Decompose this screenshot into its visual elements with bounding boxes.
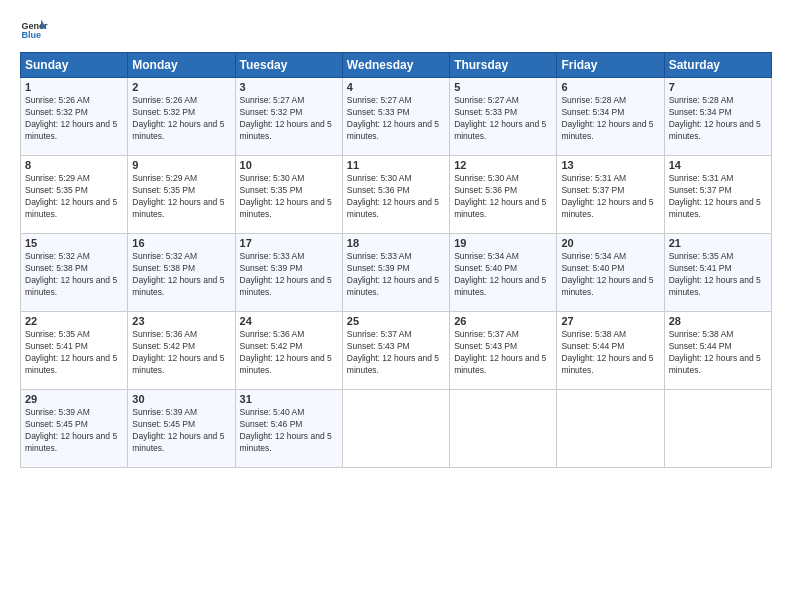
- day-info: Sunrise: 5:27 AMSunset: 5:33 PMDaylight:…: [454, 95, 552, 143]
- day-info: Sunrise: 5:36 AMSunset: 5:42 PMDaylight:…: [240, 329, 338, 377]
- day-info: Sunrise: 5:37 AMSunset: 5:43 PMDaylight:…: [347, 329, 445, 377]
- day-info: Sunrise: 5:30 AMSunset: 5:36 PMDaylight:…: [347, 173, 445, 221]
- day-number: 15: [25, 237, 123, 249]
- day-cell: 5Sunrise: 5:27 AMSunset: 5:33 PMDaylight…: [450, 78, 557, 156]
- day-cell: 22Sunrise: 5:35 AMSunset: 5:41 PMDayligh…: [21, 312, 128, 390]
- day-info: Sunrise: 5:38 AMSunset: 5:44 PMDaylight:…: [561, 329, 659, 377]
- day-number: 11: [347, 159, 445, 171]
- day-info: Sunrise: 5:28 AMSunset: 5:34 PMDaylight:…: [561, 95, 659, 143]
- day-cell: 24Sunrise: 5:36 AMSunset: 5:42 PMDayligh…: [235, 312, 342, 390]
- day-number: 12: [454, 159, 552, 171]
- day-number: 25: [347, 315, 445, 327]
- day-info: Sunrise: 5:30 AMSunset: 5:36 PMDaylight:…: [454, 173, 552, 221]
- header-cell-saturday: Saturday: [664, 53, 771, 78]
- day-number: 22: [25, 315, 123, 327]
- day-info: Sunrise: 5:40 AMSunset: 5:46 PMDaylight:…: [240, 407, 338, 455]
- day-cell: 8Sunrise: 5:29 AMSunset: 5:35 PMDaylight…: [21, 156, 128, 234]
- day-cell: 20Sunrise: 5:34 AMSunset: 5:40 PMDayligh…: [557, 234, 664, 312]
- week-row-2: 8Sunrise: 5:29 AMSunset: 5:35 PMDaylight…: [21, 156, 772, 234]
- week-row-4: 22Sunrise: 5:35 AMSunset: 5:41 PMDayligh…: [21, 312, 772, 390]
- day-cell: 13Sunrise: 5:31 AMSunset: 5:37 PMDayligh…: [557, 156, 664, 234]
- day-info: Sunrise: 5:35 AMSunset: 5:41 PMDaylight:…: [25, 329, 123, 377]
- day-cell: 10Sunrise: 5:30 AMSunset: 5:35 PMDayligh…: [235, 156, 342, 234]
- day-number: 13: [561, 159, 659, 171]
- day-cell: 18Sunrise: 5:33 AMSunset: 5:39 PMDayligh…: [342, 234, 449, 312]
- day-info: Sunrise: 5:33 AMSunset: 5:39 PMDaylight:…: [240, 251, 338, 299]
- week-row-5: 29Sunrise: 5:39 AMSunset: 5:45 PMDayligh…: [21, 390, 772, 468]
- day-number: 27: [561, 315, 659, 327]
- day-info: Sunrise: 5:32 AMSunset: 5:38 PMDaylight:…: [132, 251, 230, 299]
- calendar-table: SundayMondayTuesdayWednesdayThursdayFrid…: [20, 52, 772, 468]
- day-cell: [557, 390, 664, 468]
- day-cell: [664, 390, 771, 468]
- header-cell-tuesday: Tuesday: [235, 53, 342, 78]
- day-number: 20: [561, 237, 659, 249]
- day-cell: [450, 390, 557, 468]
- day-info: Sunrise: 5:33 AMSunset: 5:39 PMDaylight:…: [347, 251, 445, 299]
- day-info: Sunrise: 5:31 AMSunset: 5:37 PMDaylight:…: [561, 173, 659, 221]
- day-info: Sunrise: 5:34 AMSunset: 5:40 PMDaylight:…: [454, 251, 552, 299]
- day-number: 23: [132, 315, 230, 327]
- day-cell: 19Sunrise: 5:34 AMSunset: 5:40 PMDayligh…: [450, 234, 557, 312]
- day-info: Sunrise: 5:36 AMSunset: 5:42 PMDaylight:…: [132, 329, 230, 377]
- day-cell: 31Sunrise: 5:40 AMSunset: 5:46 PMDayligh…: [235, 390, 342, 468]
- day-cell: 26Sunrise: 5:37 AMSunset: 5:43 PMDayligh…: [450, 312, 557, 390]
- day-number: 9: [132, 159, 230, 171]
- day-number: 19: [454, 237, 552, 249]
- header-cell-monday: Monday: [128, 53, 235, 78]
- header: General Blue: [20, 16, 772, 44]
- day-cell: 7Sunrise: 5:28 AMSunset: 5:34 PMDaylight…: [664, 78, 771, 156]
- day-info: Sunrise: 5:35 AMSunset: 5:41 PMDaylight:…: [669, 251, 767, 299]
- day-number: 28: [669, 315, 767, 327]
- day-cell: 23Sunrise: 5:36 AMSunset: 5:42 PMDayligh…: [128, 312, 235, 390]
- day-info: Sunrise: 5:29 AMSunset: 5:35 PMDaylight:…: [132, 173, 230, 221]
- day-number: 1: [25, 81, 123, 93]
- day-number: 16: [132, 237, 230, 249]
- day-cell: 9Sunrise: 5:29 AMSunset: 5:35 PMDaylight…: [128, 156, 235, 234]
- day-cell: 27Sunrise: 5:38 AMSunset: 5:44 PMDayligh…: [557, 312, 664, 390]
- day-number: 7: [669, 81, 767, 93]
- day-info: Sunrise: 5:27 AMSunset: 5:32 PMDaylight:…: [240, 95, 338, 143]
- week-row-1: 1Sunrise: 5:26 AMSunset: 5:32 PMDaylight…: [21, 78, 772, 156]
- day-cell: 30Sunrise: 5:39 AMSunset: 5:45 PMDayligh…: [128, 390, 235, 468]
- day-number: 18: [347, 237, 445, 249]
- day-cell: 28Sunrise: 5:38 AMSunset: 5:44 PMDayligh…: [664, 312, 771, 390]
- day-info: Sunrise: 5:32 AMSunset: 5:38 PMDaylight:…: [25, 251, 123, 299]
- day-cell: 29Sunrise: 5:39 AMSunset: 5:45 PMDayligh…: [21, 390, 128, 468]
- day-number: 3: [240, 81, 338, 93]
- day-info: Sunrise: 5:38 AMSunset: 5:44 PMDaylight:…: [669, 329, 767, 377]
- day-cell: 21Sunrise: 5:35 AMSunset: 5:41 PMDayligh…: [664, 234, 771, 312]
- day-info: Sunrise: 5:37 AMSunset: 5:43 PMDaylight:…: [454, 329, 552, 377]
- header-row: SundayMondayTuesdayWednesdayThursdayFrid…: [21, 53, 772, 78]
- day-cell: [342, 390, 449, 468]
- day-number: 5: [454, 81, 552, 93]
- day-cell: 4Sunrise: 5:27 AMSunset: 5:33 PMDaylight…: [342, 78, 449, 156]
- header-cell-sunday: Sunday: [21, 53, 128, 78]
- day-info: Sunrise: 5:26 AMSunset: 5:32 PMDaylight:…: [132, 95, 230, 143]
- day-cell: 15Sunrise: 5:32 AMSunset: 5:38 PMDayligh…: [21, 234, 128, 312]
- logo-icon: General Blue: [20, 16, 48, 44]
- day-info: Sunrise: 5:29 AMSunset: 5:35 PMDaylight:…: [25, 173, 123, 221]
- day-info: Sunrise: 5:26 AMSunset: 5:32 PMDaylight:…: [25, 95, 123, 143]
- day-number: 30: [132, 393, 230, 405]
- day-info: Sunrise: 5:30 AMSunset: 5:35 PMDaylight:…: [240, 173, 338, 221]
- day-info: Sunrise: 5:27 AMSunset: 5:33 PMDaylight:…: [347, 95, 445, 143]
- day-number: 10: [240, 159, 338, 171]
- day-number: 8: [25, 159, 123, 171]
- day-cell: 12Sunrise: 5:30 AMSunset: 5:36 PMDayligh…: [450, 156, 557, 234]
- logo: General Blue: [20, 16, 48, 44]
- day-number: 6: [561, 81, 659, 93]
- svg-text:Blue: Blue: [21, 30, 41, 40]
- day-cell: 6Sunrise: 5:28 AMSunset: 5:34 PMDaylight…: [557, 78, 664, 156]
- day-cell: 14Sunrise: 5:31 AMSunset: 5:37 PMDayligh…: [664, 156, 771, 234]
- day-cell: 2Sunrise: 5:26 AMSunset: 5:32 PMDaylight…: [128, 78, 235, 156]
- day-cell: 17Sunrise: 5:33 AMSunset: 5:39 PMDayligh…: [235, 234, 342, 312]
- day-info: Sunrise: 5:28 AMSunset: 5:34 PMDaylight:…: [669, 95, 767, 143]
- day-number: 4: [347, 81, 445, 93]
- day-info: Sunrise: 5:31 AMSunset: 5:37 PMDaylight:…: [669, 173, 767, 221]
- day-cell: 11Sunrise: 5:30 AMSunset: 5:36 PMDayligh…: [342, 156, 449, 234]
- day-info: Sunrise: 5:34 AMSunset: 5:40 PMDaylight:…: [561, 251, 659, 299]
- day-info: Sunrise: 5:39 AMSunset: 5:45 PMDaylight:…: [132, 407, 230, 455]
- header-cell-thursday: Thursday: [450, 53, 557, 78]
- day-number: 2: [132, 81, 230, 93]
